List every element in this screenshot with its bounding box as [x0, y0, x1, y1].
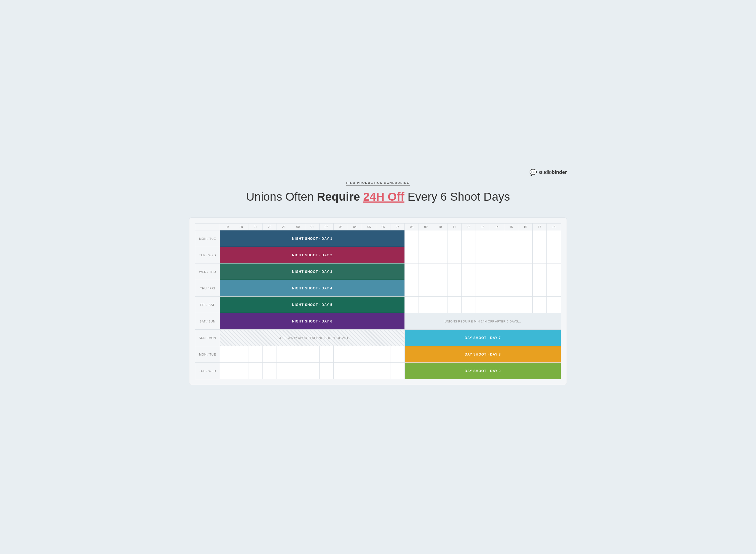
bar-day7: DAY SHOOT · DAY 7 [404, 330, 561, 346]
bar-night4: NIGHT SHOOT · DAY 4 [220, 280, 405, 296]
row-mon-tue-2: MON / TUE [195, 346, 561, 363]
hour-07: 07 [390, 224, 405, 230]
hour-11: 11 [447, 224, 462, 230]
bar-night3: NIGHT SHOOT · DAY 3 [220, 264, 405, 280]
label-mon-tue-2: MON / TUE [195, 346, 220, 363]
page-title: Unions Often Require 24H Off Every 6 Sho… [189, 190, 567, 204]
grid: 19 20 21 22 23 00 01 02 03 04 05 06 07 0… [195, 223, 561, 379]
union-message: UNIONS REQUIRE MIN 24H OFF AFTER 6 DAYS.… [405, 313, 561, 329]
title-pre: Unions Often [246, 190, 317, 203]
night-shoot-day3: NIGHT SHOOT · DAY 3 [220, 264, 404, 280]
night-shoot-day4: NIGHT SHOOT · DAY 4 [220, 280, 404, 296]
day-shoot-day7: DAY SHOOT · DAY 7 [405, 330, 561, 346]
logo-icon: 💬 [529, 169, 537, 176]
subtitle: FILM PRODUCTION SCHEDULING [346, 181, 410, 186]
label-thu-fri: THU / FRI [195, 280, 220, 296]
hour-09: 09 [419, 224, 433, 230]
label-tue-wed: TUE / WED [195, 247, 220, 264]
row-tue-wed-2: TUE / WED [195, 363, 561, 379]
row-wed-thu: WED / THU NIGHT SHOOT · DAY 3 [195, 264, 561, 280]
night-shoot-day6: NIGHT SHOOT · DAY 6 [220, 313, 404, 329]
hour-04: 04 [348, 224, 362, 230]
hour-00: 00 [291, 224, 305, 230]
hour-23: 23 [277, 224, 291, 230]
hour-15: 15 [504, 224, 518, 230]
header-row: 19 20 21 22 23 00 01 02 03 04 05 06 07 0… [195, 224, 561, 230]
night-shoot-day1: NIGHT SHOOT · DAY 1 [220, 230, 404, 247]
hour-06: 06 [376, 224, 390, 230]
bar-night1: NIGHT SHOOT · DAY 1 [220, 230, 405, 247]
row-sat-sun: SAT / SUN NIGHT SHOOT · DAY 6 UNIONS REQ… [195, 313, 561, 330]
union-message-cell: UNIONS REQUIRE MIN 24H OFF AFTER 6 DAYS.… [404, 313, 561, 330]
schedule-table: 19 20 21 22 23 00 01 02 03 04 05 06 07 0… [195, 223, 561, 379]
hour-14: 14 [490, 224, 504, 230]
hour-16: 16 [518, 224, 533, 230]
label-sun-mon: SUN / MON [195, 330, 220, 346]
short-message-cell: ...& BE WARY ABOUT FALLING SHORT OF 24H [220, 330, 405, 346]
row-mon-tue-1: MON / TUE NIGHT SHOOT · DAY 1 [195, 230, 561, 247]
night-shoot-day5: NIGHT SHOOT · DAY 5 [220, 296, 404, 313]
hour-22: 22 [263, 224, 277, 230]
bar-night5: NIGHT SHOOT · DAY 5 [220, 296, 405, 313]
row-fri-sat: FRI / SAT NIGHT SHOOT · DAY 5 [195, 296, 561, 313]
label-fri-sat: FRI / SAT [195, 296, 220, 313]
label-header [195, 224, 220, 230]
short-message: ...& BE WARY ABOUT FALLING SHORT OF 24H [220, 330, 404, 346]
bar-day9: DAY SHOOT · DAY 9 [404, 363, 561, 379]
hour-02: 02 [319, 224, 334, 230]
label-tue-wed-2: TUE / WED [195, 363, 220, 379]
label-wed-thu: WED / THU [195, 264, 220, 280]
row-tue-wed: TUE / WED NIGHT SHOOT · DAY 2 [195, 247, 561, 264]
night-shoot-day2: NIGHT SHOOT · DAY 2 [220, 247, 404, 263]
hour-17: 17 [532, 224, 547, 230]
title-strong: Require [317, 190, 363, 203]
row-thu-fri: THU / FRI NIGHT SHOOT · DAY 4 [195, 280, 561, 296]
bar-day8: DAY SHOOT · DAY 8 [404, 346, 561, 363]
hour-19: 19 [220, 224, 234, 230]
logo-text: studiobinder [538, 169, 567, 175]
logo: 💬 studiobinder [529, 169, 567, 176]
row-sun-mon: SUN / MON ...& BE WARY ABOUT FALLING SHO… [195, 330, 561, 346]
page-wrapper: 💬 studiobinder FILM PRODUCTION SCHEDULIN… [189, 169, 567, 385]
hour-13: 13 [476, 224, 490, 230]
hour-01: 01 [305, 224, 320, 230]
bar-night6: NIGHT SHOOT · DAY 6 [220, 313, 405, 330]
hour-21: 21 [249, 224, 263, 230]
label-mon-tue-1: MON / TUE [195, 230, 220, 247]
hour-18: 18 [547, 224, 561, 230]
hour-20: 20 [234, 224, 249, 230]
day-shoot-day8: DAY SHOOT · DAY 8 [405, 346, 561, 363]
hour-08: 08 [404, 224, 419, 230]
title-highlight: 24H Off [363, 190, 404, 203]
label-sat-sun: SAT / SUN [195, 313, 220, 330]
day-shoot-day9: DAY SHOOT · DAY 9 [405, 363, 561, 379]
title-post: Every 6 Shoot Days [404, 190, 510, 203]
hour-05: 05 [362, 224, 376, 230]
hour-12: 12 [462, 224, 476, 230]
page-header: FILM PRODUCTION SCHEDULING Unions Often … [189, 169, 567, 212]
bar-night2: NIGHT SHOOT · DAY 2 [220, 247, 405, 264]
chart-container: 19 20 21 22 23 00 01 02 03 04 05 06 07 0… [189, 217, 567, 385]
hour-10: 10 [433, 224, 447, 230]
hour-03: 03 [334, 224, 348, 230]
